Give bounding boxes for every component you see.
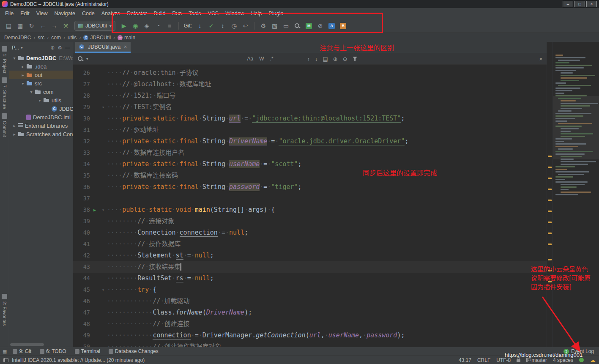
- code-line[interactable]: 42········Statement·st·=·null;: [73, 250, 547, 261]
- run-method-icon[interactable]: ▶: [90, 204, 99, 216]
- whole-words-toggle[interactable]: W: [257, 55, 265, 62]
- tree-collapsed-icon[interactable]: ▸: [20, 64, 25, 69]
- caret-position[interactable]: 43:17: [459, 357, 471, 363]
- menu-item-refactor[interactable]: Refactor: [123, 9, 150, 18]
- code-line[interactable]: 40········Connection·connection·=·null;: [73, 227, 547, 238]
- code-line[interactable]: 50············//·创建操作数据库对象: [73, 341, 547, 347]
- gutter[interactable]: 27: [73, 79, 107, 90]
- tree-item-src[interactable]: ▾src: [9, 79, 73, 88]
- fold-marker-icon[interactable]: ▾: [99, 101, 107, 113]
- tree-item-utils[interactable]: ▾utils: [9, 96, 73, 104]
- regex-toggle[interactable]: .*: [268, 55, 275, 62]
- tree-item-out[interactable]: ▸out: [9, 71, 73, 79]
- remove-occurrence-icon[interactable]: ⊖: [343, 56, 347, 62]
- tree-expanded-icon[interactable]: ▾: [20, 81, 25, 86]
- code-line[interactable]: 41········//·操作数据库: [73, 238, 547, 250]
- code-line[interactable]: 26····//·oracle:thin-子协议: [73, 67, 547, 79]
- status-widget-icon[interactable]: [579, 358, 584, 362]
- code-line[interactable]: 27····//·@localhost:·数据库地址: [73, 79, 547, 90]
- code-line[interactable]: 44········ResultSet·rs·=·null;: [73, 273, 547, 284]
- gutter[interactable]: 48: [73, 318, 107, 330]
- gear-icon[interactable]: ⚙: [57, 45, 62, 51]
- close-button[interactable]: ×: [586, 1, 597, 7]
- event-log-button[interactable]: 3 Event Log: [563, 348, 596, 354]
- breadcrumb-item-utils[interactable]: utils: [68, 35, 77, 41]
- tree-item-demojdbc-iml[interactable]: DemoJDBC.iml: [9, 113, 73, 121]
- search-everywhere-icon[interactable]: [292, 21, 303, 31]
- code-line[interactable]: 32····private·static·final·String·Driver…: [73, 136, 547, 147]
- code-line[interactable]: 31····//·驱动地址: [73, 124, 547, 136]
- git-branch-widget[interactable]: master: [526, 357, 547, 363]
- project-structure-icon[interactable]: ▧: [269, 21, 280, 31]
- translate-icon[interactable]: A: [326, 21, 337, 31]
- project-hscrollbar[interactable]: [10, 343, 44, 346]
- git-branches-icon[interactable]: ↕: [217, 21, 228, 31]
- code-line[interactable]: 48············//·创建连接: [73, 318, 547, 330]
- code-line[interactable]: 45▾········try·{: [73, 284, 547, 296]
- gutter[interactable]: 40: [73, 227, 107, 238]
- tree-collapsed-icon[interactable]: ▸: [12, 123, 17, 128]
- markdown-icon[interactable]: M: [304, 21, 314, 31]
- code-line[interactable]: 36····private·static·final·String·passwo…: [73, 181, 547, 193]
- tree-item-com[interactable]: ▾com: [9, 88, 73, 96]
- gutter[interactable]: 38▶▾: [73, 204, 107, 216]
- tree-item-external-libraries[interactable]: ▸External Libraries: [9, 121, 73, 130]
- tool-window-button-2-favorites[interactable]: 2: Favorites: [0, 292, 9, 328]
- file-encoding[interactable]: UTF-8: [496, 357, 511, 363]
- translation-cloud-icon[interactable]: ☁: [590, 357, 596, 363]
- menu-item-help[interactable]: Help: [248, 9, 265, 18]
- debug-icon[interactable]: ◉: [130, 21, 141, 31]
- gutter[interactable]: 44: [73, 273, 107, 284]
- match-case-toggle[interactable]: Aa: [246, 55, 255, 62]
- search-input[interactable]: [91, 55, 243, 63]
- build-icon[interactable]: ⚒: [60, 21, 71, 31]
- editor-tab-jdbcutil[interactable]: C JDBCUtil.java ×: [75, 42, 131, 53]
- gutter[interactable]: 46: [73, 296, 107, 307]
- tool-window-button-commit[interactable]: Commit: [0, 111, 9, 139]
- code-line[interactable]: 38▶▾····public·static·void·main(String[]…: [73, 204, 547, 216]
- code-line[interactable]: 39········//·连接对象: [73, 216, 547, 227]
- code-line[interactable]: 43········//·接收结果集: [73, 261, 547, 273]
- screenshot-icon[interactable]: ▭: [281, 21, 291, 31]
- tool-window-button-1-project[interactable]: 1: Project: [0, 44, 9, 75]
- translate-settings-icon[interactable]: B: [338, 21, 348, 31]
- gutter[interactable]: 33: [73, 147, 107, 159]
- tree-item-scratches-and-consoles[interactable]: ▸Scratches and Consoles: [9, 130, 73, 138]
- gutter[interactable]: 36: [73, 181, 107, 193]
- code-line[interactable]: 28····//·1521:·端口号: [73, 90, 547, 101]
- gutter[interactable]: 29▾: [73, 101, 107, 113]
- menu-item-navigate[interactable]: Navigate: [51, 9, 79, 18]
- gutter[interactable]: 42: [73, 250, 107, 261]
- minimap-panel[interactable]: [553, 42, 599, 347]
- close-find-icon[interactable]: ×: [539, 56, 542, 62]
- code-line[interactable]: 35····//·数据库连接密码: [73, 170, 547, 181]
- tool-window-button-7-structure[interactable]: 7: Structure: [0, 75, 9, 111]
- breadcrumb-item-jdbcutil[interactable]: CJDBCUtil: [83, 35, 111, 41]
- gutter[interactable]: 28: [73, 90, 107, 101]
- menu-item-tools[interactable]: Tools: [185, 9, 204, 18]
- tree-collapsed-icon[interactable]: ▸: [12, 132, 17, 137]
- run-configuration-select[interactable]: JDBCUtil ▾: [74, 21, 115, 31]
- menu-item-view[interactable]: View: [33, 9, 51, 18]
- settings-wrench-icon[interactable]: ⚙: [258, 21, 268, 31]
- menu-item-code[interactable]: Code: [79, 9, 98, 18]
- find-in-selection-icon[interactable]: ▤: [323, 56, 328, 62]
- git-update-icon[interactable]: ↓: [194, 21, 205, 31]
- tool-tab-6-todo[interactable]: 6: TODO: [36, 348, 70, 355]
- run-icon[interactable]: ▶: [119, 21, 129, 31]
- gutter[interactable]: 32: [73, 136, 107, 147]
- gutter[interactable]: 31: [73, 124, 107, 136]
- tool-tab-9-git[interactable]: 9: Git: [9, 348, 35, 355]
- git-history-icon[interactable]: ◷: [229, 21, 239, 31]
- gutter[interactable]: 39: [73, 216, 107, 227]
- filter-icon[interactable]: [353, 57, 358, 61]
- code-area[interactable]: 26····//·oracle:thin-子协议27····//·@localh…: [73, 65, 547, 347]
- menu-item-plugin[interactable]: Plugin: [265, 9, 287, 18]
- fold-marker-icon[interactable]: ▾: [99, 284, 107, 296]
- previous-occurrence-icon[interactable]: ↑: [307, 56, 310, 62]
- coverage-icon[interactable]: ◈: [142, 21, 152, 31]
- code-line[interactable]: 33····//·数据库连接用户名: [73, 147, 547, 159]
- menu-item-build[interactable]: Build: [150, 9, 169, 18]
- fold-marker-icon[interactable]: ▾: [99, 204, 107, 216]
- gutter[interactable]: 43: [73, 261, 107, 273]
